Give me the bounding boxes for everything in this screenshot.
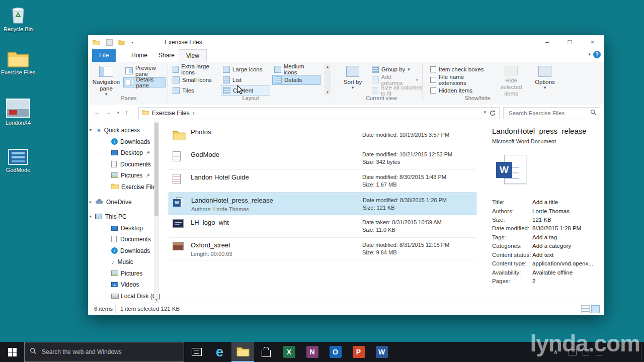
tab-file[interactable]: File <box>92 49 116 62</box>
nav-this-pc[interactable]: ▾ This PC <box>88 211 153 222</box>
nav-quick-access[interactable]: ▾ ★ Quick access <box>88 125 153 135</box>
desktop-icon-recycle-bin[interactable]: Recycle Bin <box>0 4 36 32</box>
tiles-button[interactable]: Tiles <box>171 85 220 96</box>
show-desktop-button[interactable] <box>641 342 644 362</box>
tab-share[interactable]: Share <box>151 49 182 62</box>
field-value[interactable]: Add a category <box>532 243 571 249</box>
excel-button[interactable]: X <box>278 342 300 362</box>
field-label: Categories: <box>492 243 522 249</box>
store-button[interactable] <box>255 342 277 362</box>
back-button[interactable]: ← <box>92 108 102 118</box>
hide-selected-items-button[interactable]: Hide selected items <box>497 64 526 97</box>
details-view-toggle-icon[interactable] <box>581 305 590 313</box>
task-view-button[interactable] <box>185 342 208 362</box>
nav-pc-local-disk[interactable]: Local Disk (C:) <box>88 291 177 301</box>
taskbar-search-input[interactable] <box>41 348 174 356</box>
nav-item-exercise-files[interactable]: Exercise Files <box>88 182 177 192</box>
help-icon[interactable]: ? <box>593 51 601 58</box>
address-dropdown-icon[interactable]: ▾ <box>484 110 486 115</box>
expand-chevron-icon[interactable]: ▸ <box>88 200 93 204</box>
file-name-extensions-checkbox[interactable]: File name extensions <box>428 75 494 85</box>
word-button[interactable]: W <box>370 342 393 362</box>
minimize-button[interactable]: – <box>536 35 558 49</box>
tab-view[interactable]: View <box>179 49 207 63</box>
up-button[interactable]: ↑ <box>121 108 131 118</box>
field-value[interactable]: Add text <box>532 252 553 258</box>
taskbar-search-box[interactable] <box>24 342 184 362</box>
list-button[interactable]: List <box>221 75 270 85</box>
field-value[interactable]: Lorrie Thomas <box>532 208 570 214</box>
content-button[interactable]: Content <box>221 85 270 96</box>
medium-icons-button[interactable]: Medium icons <box>272 64 320 74</box>
navigation-pane-button[interactable]: Navigation pane ▾ <box>91 64 121 97</box>
refresh-icon[interactable] <box>489 110 496 118</box>
forward-button[interactable]: → <box>103 108 113 118</box>
breadcrumb-chevron-icon[interactable]: › <box>193 110 195 117</box>
tab-home[interactable]: Home <box>124 49 154 62</box>
nav-item-desktop[interactable]: Desktop <box>88 147 177 158</box>
desktop-icon-londonx4[interactable]: LondonX4 <box>0 99 36 126</box>
qat-dropdown-icon[interactable]: ▾ <box>128 38 136 46</box>
layout-gallery-scrollbar[interactable]: ▴ ▾ <box>325 64 331 95</box>
nav-pc-music[interactable]: ♪ Music <box>88 256 177 267</box>
nav-item-documents[interactable]: Documents <box>88 159 177 169</box>
collapse-ribbon-icon[interactable]: ▴ <box>588 51 591 56</box>
onenote-button[interactable]: N <box>301 342 324 362</box>
address-field[interactable]: Exercise Files › ▾ <box>138 107 500 119</box>
search-input[interactable] <box>508 110 585 117</box>
file-explorer-button[interactable] <box>231 342 254 362</box>
preview-pane-button[interactable]: Preview pane <box>123 66 166 76</box>
maximize-button[interactable]: □ <box>558 35 581 49</box>
file-row-oxford-street[interactable]: Oxford_street Length: 00:00:03 Date modi… <box>169 238 476 260</box>
scroll-down-icon[interactable]: ▾ <box>325 90 331 95</box>
checkbox-icon <box>430 77 436 83</box>
nav-pc-desktop[interactable]: Desktop <box>88 223 177 233</box>
extra-large-icons-button[interactable]: Extra large icons <box>171 64 220 74</box>
nav-pc-pictures[interactable]: Pictures <box>88 268 177 279</box>
details-view-button[interactable]: Details <box>272 75 320 85</box>
field-value[interactable]: Add a tag <box>532 234 557 240</box>
desktop-icon-godmode[interactable]: GodMode <box>0 149 36 173</box>
file-row-godmode[interactable]: GodMode Date modified: 10/21/2015 12:53 … <box>169 147 476 170</box>
size-all-columns-button[interactable]: Size all columns to fit <box>370 85 430 96</box>
details-pane-button[interactable]: Details pane <box>123 77 166 87</box>
collapse-chevron-icon[interactable]: ▾ <box>88 128 93 132</box>
nav-item-downloads[interactable]: ↓ Downloads <box>88 136 177 147</box>
small-icons-button[interactable]: Small icons <box>171 75 220 85</box>
nav-onedrive[interactable]: ▸ OneDrive <box>88 197 153 207</box>
nav-pc-downloads[interactable]: ↓ Downloads <box>88 245 177 256</box>
start-button[interactable] <box>0 342 24 362</box>
large-icons-button[interactable]: Large icons <box>221 64 270 74</box>
qat-properties-icon[interactable] <box>105 38 113 46</box>
nav-item-pictures[interactable]: Pictures <box>88 170 177 180</box>
qat-new-folder-icon[interactable] <box>117 38 125 46</box>
search-box[interactable] <box>503 107 600 119</box>
breadcrumb[interactable]: Exercise Files <box>152 110 190 117</box>
nav-scrollbar[interactable]: ▾ <box>154 121 159 303</box>
scroll-down-icon[interactable]: ▾ <box>154 297 159 302</box>
search-icon[interactable] <box>590 109 597 117</box>
file-row-photos[interactable]: Photos Date modified: 10/19/2015 3:57 PM <box>169 125 476 147</box>
options-button[interactable]: Options ▾ <box>532 64 558 97</box>
title-bar[interactable]: ▾ Exercise Files – □ × <box>88 35 604 49</box>
scroll-up-icon[interactable]: ▴ <box>325 64 331 69</box>
outlook-button[interactable]: O <box>324 342 347 362</box>
group-by-button[interactable]: Group by ▾ <box>370 64 420 74</box>
large-icons-view-toggle-icon[interactable] <box>591 305 600 313</box>
file-row-landonhotel-press-release[interactable]: W LandonHotel_press_release Authors: Lor… <box>169 193 476 215</box>
desktop-icon-exercise-files[interactable]: Exercise Files <box>0 49 36 75</box>
powerpoint-button[interactable]: P <box>347 342 370 362</box>
file-row-lh-logo-wht[interactable]: LH_logo_wht Date taken: 8/31/2015 10:59 … <box>169 215 476 238</box>
add-columns-button[interactable]: Add columns ▾ <box>370 75 420 85</box>
collapse-chevron-icon[interactable]: ▾ <box>88 214 93 219</box>
field-value[interactable]: Add a title <box>532 199 558 205</box>
file-row-landon-hotel-guide[interactable]: Landon Hotel Guide Date modified: 8/30/2… <box>169 170 476 193</box>
sort-by-button[interactable]: Sort by ▾ <box>339 64 367 97</box>
nav-scrollbar-thumb[interactable] <box>154 123 158 216</box>
edge-button[interactable]: e <box>208 342 231 362</box>
nav-pc-videos[interactable]: ▸ Videos <box>88 279 177 290</box>
hidden-items-checkbox[interactable]: Hidden items <box>428 85 494 96</box>
item-check-boxes-checkbox[interactable]: Item check boxes <box>428 64 494 74</box>
nav-pc-documents[interactable]: Documents <box>88 234 177 244</box>
close-button[interactable]: × <box>581 35 604 49</box>
